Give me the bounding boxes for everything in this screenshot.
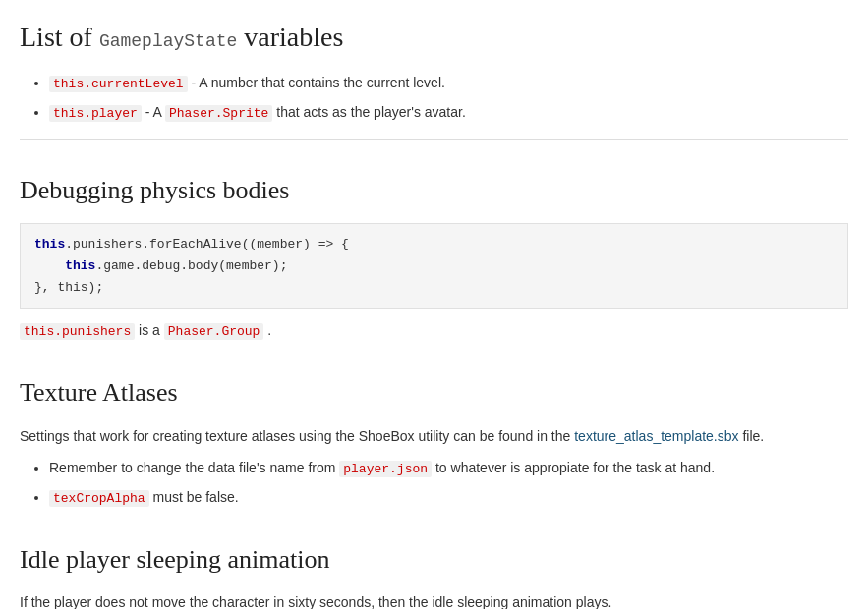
phaser-group-code: Phaser.Group [164,323,264,340]
phaser-sprite-link[interactable]: Phaser.Sprite [165,104,272,120]
tex-crop-alpha-code: texCropAlpha [49,490,149,507]
list-item: this.player - A Phaser.Sprite that acts … [49,101,848,125]
bullet1-after: to whatever is appropiate for the task a… [435,460,715,475]
list-item: texCropAlpha must be false. [49,486,848,510]
heading-inline-code: GameplayState [99,31,237,51]
variables-list: this.currentLevel - A number that contai… [49,72,848,125]
list-item: Remember to change the data file's name … [49,457,848,480]
debugging-inline-text: this.punishers is a Phaser.Group . [20,319,848,343]
texture-desc-end: file. [742,428,764,444]
list-item: this.currentLevel - A number that contai… [49,72,848,95]
variable-desc-2b: that acts as the player's avatar. [276,104,466,120]
debugging-section: Debugging physics bodies this.punishers.… [20,170,848,343]
player-json-code: player.json [339,461,432,477]
idle-animation-heading: Idle player sleeping animation [20,539,848,581]
idle-para1: If the player does not move the characte… [20,591,848,609]
texture-heading: Texture Atlases [20,372,848,414]
texture-atlas-link[interactable]: texture_atlas_template.sbx [574,428,738,444]
texture-section: Texture Atlases Settings that work for c… [20,372,848,510]
heading-prefix: List of [20,22,92,52]
variables-heading: List of GameplayState variables [20,16,848,60]
texture-description: Settings that work for creating texture … [20,425,848,447]
debugging-code-block: this.punishers.forEachAlive((member) => … [20,223,848,309]
variables-section: List of GameplayState variables this.cur… [20,16,848,140]
variable-code-1: this.currentLevel [49,76,188,92]
heading-suffix: variables [244,22,343,52]
idle-animation-section: Idle player sleeping animation If the pl… [20,539,848,609]
variable-desc-2a: - A [145,104,165,120]
bullet1-before: Remember to change the data file's name … [49,460,339,475]
bullet2-after: must be false. [153,489,239,505]
debugging-heading: Debugging physics bodies [20,170,848,211]
phaser-sprite-code: Phaser.Sprite [165,105,272,122]
variable-code-2: this.player [49,105,142,122]
texture-desc-before: Settings that work for creating texture … [20,428,574,444]
variable-desc-1: - A number that contains the current lev… [192,75,445,90]
texture-bullets: Remember to change the data file's name … [49,457,848,510]
punishers-code: this.punishers [20,323,135,340]
